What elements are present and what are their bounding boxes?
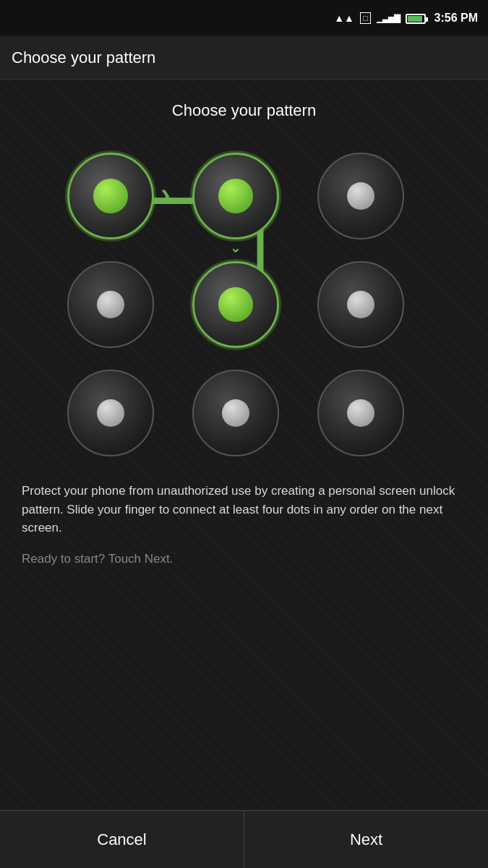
screen-title: Choose your pattern bbox=[172, 101, 316, 120]
dot-inner-3 bbox=[97, 291, 124, 318]
dot-inner-6 bbox=[97, 399, 124, 427]
arrow-down-1: ⌄ bbox=[230, 240, 241, 256]
wifi-icon: ▲▲ bbox=[334, 12, 354, 24]
description-text: Protect your phone from unauthorized use… bbox=[14, 482, 474, 537]
dot-outer-2 bbox=[317, 153, 404, 239]
app-bar: Choose your pattern bbox=[0, 36, 488, 80]
dot-inner-8 bbox=[347, 399, 374, 427]
pattern-dot-4[interactable] bbox=[189, 258, 283, 352]
arrow-right-0: ❯ bbox=[160, 188, 171, 204]
battery-indicator bbox=[406, 12, 426, 25]
app-bar-title: Choose your pattern bbox=[12, 48, 155, 67]
dot-outer-0 bbox=[67, 153, 154, 239]
dot-inner-7 bbox=[222, 399, 249, 427]
cancel-button[interactable]: Cancel bbox=[0, 811, 244, 868]
pattern-dot-3[interactable] bbox=[64, 258, 158, 352]
pattern-dot-2[interactable] bbox=[314, 149, 408, 243]
dot-outer-1 bbox=[192, 153, 279, 239]
dot-inner-4 bbox=[218, 287, 253, 322]
dot-outer-5 bbox=[317, 261, 404, 348]
pattern-grid[interactable]: ❯ ⌄ bbox=[64, 149, 425, 460]
dot-outer-6 bbox=[67, 370, 154, 456]
next-button[interactable]: Next bbox=[244, 811, 488, 868]
pattern-dot-7[interactable] bbox=[189, 366, 283, 460]
pattern-dot-1[interactable]: ⌄ bbox=[189, 149, 283, 243]
dot-inner-0 bbox=[93, 179, 128, 213]
dot-outer-8 bbox=[317, 370, 404, 456]
status-bar: ▲▲ □ ▁▃▅▇ 3:56 PM bbox=[0, 0, 488, 36]
status-time: 3:56 PM bbox=[435, 12, 478, 25]
pattern-dot-8[interactable] bbox=[314, 366, 408, 460]
dot-outer-3 bbox=[67, 261, 154, 348]
dot-inner-5 bbox=[347, 291, 374, 318]
signal-icon: ▁▃▅▇ bbox=[377, 13, 400, 23]
dot-outer-4 bbox=[192, 261, 279, 348]
ready-text: Ready to start? Touch Next. bbox=[14, 552, 474, 566]
dot-outer-7 bbox=[192, 370, 279, 456]
main-content: Choose your pattern ❯ ⌄ bbox=[0, 80, 488, 810]
screen-icon: □ bbox=[360, 12, 371, 24]
pattern-dot-6[interactable] bbox=[64, 366, 158, 460]
bottom-nav: Cancel Next bbox=[0, 810, 488, 868]
dot-inner-2 bbox=[347, 182, 374, 210]
pattern-dot-5[interactable] bbox=[314, 258, 408, 352]
pattern-dot-0[interactable]: ❯ bbox=[64, 149, 158, 243]
dot-inner-1 bbox=[218, 179, 253, 213]
